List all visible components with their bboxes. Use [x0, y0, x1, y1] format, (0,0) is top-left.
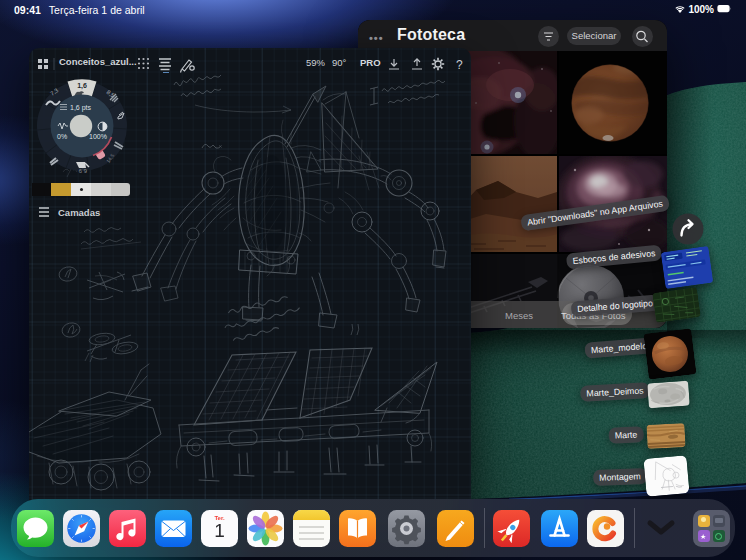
svg-text:100%: 100% — [89, 133, 107, 140]
svg-text:1,6: 1,6 — [77, 82, 87, 90]
svg-text:1,6 pts: 1,6 pts — [70, 104, 92, 112]
svg-text:?: ? — [456, 58, 463, 72]
svg-text:0%: 0% — [57, 133, 67, 140]
svg-text:Camadas: Camadas — [58, 207, 100, 218]
svg-text:6,9: 6,9 — [78, 168, 87, 174]
